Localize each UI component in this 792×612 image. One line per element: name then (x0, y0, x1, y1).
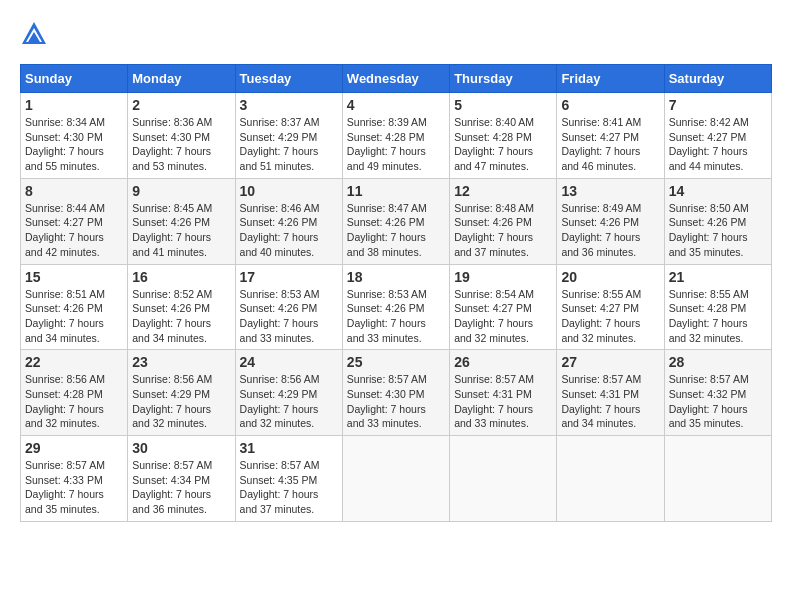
day-number: 10 (240, 183, 338, 199)
calendar-day-cell: 20Sunrise: 8:55 AMSunset: 4:27 PMDayligh… (557, 264, 664, 350)
day-of-week-header: Tuesday (235, 65, 342, 93)
day-number: 30 (132, 440, 230, 456)
day-info: Sunrise: 8:47 AMSunset: 4:26 PMDaylight:… (347, 201, 445, 260)
calendar-week-row: 8Sunrise: 8:44 AMSunset: 4:27 PMDaylight… (21, 178, 772, 264)
day-info: Sunrise: 8:34 AMSunset: 4:30 PMDaylight:… (25, 115, 123, 174)
day-of-week-header: Thursday (450, 65, 557, 93)
day-info: Sunrise: 8:40 AMSunset: 4:28 PMDaylight:… (454, 115, 552, 174)
day-number: 16 (132, 269, 230, 285)
calendar-day-cell (342, 436, 449, 522)
calendar-day-cell: 30Sunrise: 8:57 AMSunset: 4:34 PMDayligh… (128, 436, 235, 522)
day-of-week-header: Wednesday (342, 65, 449, 93)
day-info: Sunrise: 8:39 AMSunset: 4:28 PMDaylight:… (347, 115, 445, 174)
day-of-week-header: Monday (128, 65, 235, 93)
day-info: Sunrise: 8:48 AMSunset: 4:26 PMDaylight:… (454, 201, 552, 260)
calendar-table: SundayMondayTuesdayWednesdayThursdayFrid… (20, 64, 772, 522)
calendar-week-row: 29Sunrise: 8:57 AMSunset: 4:33 PMDayligh… (21, 436, 772, 522)
calendar-day-cell: 13Sunrise: 8:49 AMSunset: 4:26 PMDayligh… (557, 178, 664, 264)
day-info: Sunrise: 8:46 AMSunset: 4:26 PMDaylight:… (240, 201, 338, 260)
day-info: Sunrise: 8:52 AMSunset: 4:26 PMDaylight:… (132, 287, 230, 346)
calendar-week-row: 1Sunrise: 8:34 AMSunset: 4:30 PMDaylight… (21, 93, 772, 179)
calendar-day-cell: 25Sunrise: 8:57 AMSunset: 4:30 PMDayligh… (342, 350, 449, 436)
day-of-week-header: Friday (557, 65, 664, 93)
calendar-day-cell: 4Sunrise: 8:39 AMSunset: 4:28 PMDaylight… (342, 93, 449, 179)
day-number: 1 (25, 97, 123, 113)
day-info: Sunrise: 8:56 AMSunset: 4:29 PMDaylight:… (240, 372, 338, 431)
day-number: 18 (347, 269, 445, 285)
calendar-day-cell: 17Sunrise: 8:53 AMSunset: 4:26 PMDayligh… (235, 264, 342, 350)
logo-icon (20, 20, 48, 48)
calendar-day-cell: 29Sunrise: 8:57 AMSunset: 4:33 PMDayligh… (21, 436, 128, 522)
day-number: 19 (454, 269, 552, 285)
day-number: 22 (25, 354, 123, 370)
calendar-day-cell: 26Sunrise: 8:57 AMSunset: 4:31 PMDayligh… (450, 350, 557, 436)
calendar-day-cell: 31Sunrise: 8:57 AMSunset: 4:35 PMDayligh… (235, 436, 342, 522)
calendar-day-cell: 2Sunrise: 8:36 AMSunset: 4:30 PMDaylight… (128, 93, 235, 179)
day-of-week-header: Sunday (21, 65, 128, 93)
day-number: 8 (25, 183, 123, 199)
day-info: Sunrise: 8:51 AMSunset: 4:26 PMDaylight:… (25, 287, 123, 346)
day-info: Sunrise: 8:56 AMSunset: 4:29 PMDaylight:… (132, 372, 230, 431)
day-number: 9 (132, 183, 230, 199)
day-number: 14 (669, 183, 767, 199)
day-info: Sunrise: 8:57 AMSunset: 4:32 PMDaylight:… (669, 372, 767, 431)
day-info: Sunrise: 8:50 AMSunset: 4:26 PMDaylight:… (669, 201, 767, 260)
day-info: Sunrise: 8:42 AMSunset: 4:27 PMDaylight:… (669, 115, 767, 174)
day-number: 15 (25, 269, 123, 285)
day-info: Sunrise: 8:55 AMSunset: 4:28 PMDaylight:… (669, 287, 767, 346)
day-info: Sunrise: 8:57 AMSunset: 4:31 PMDaylight:… (561, 372, 659, 431)
calendar-day-cell: 21Sunrise: 8:55 AMSunset: 4:28 PMDayligh… (664, 264, 771, 350)
day-info: Sunrise: 8:57 AMSunset: 4:30 PMDaylight:… (347, 372, 445, 431)
day-number: 21 (669, 269, 767, 285)
calendar-day-cell: 23Sunrise: 8:56 AMSunset: 4:29 PMDayligh… (128, 350, 235, 436)
calendar-day-cell: 14Sunrise: 8:50 AMSunset: 4:26 PMDayligh… (664, 178, 771, 264)
day-number: 6 (561, 97, 659, 113)
day-info: Sunrise: 8:55 AMSunset: 4:27 PMDaylight:… (561, 287, 659, 346)
page-header (20, 20, 772, 48)
calendar-day-cell: 28Sunrise: 8:57 AMSunset: 4:32 PMDayligh… (664, 350, 771, 436)
calendar-day-cell: 5Sunrise: 8:40 AMSunset: 4:28 PMDaylight… (450, 93, 557, 179)
day-number: 24 (240, 354, 338, 370)
day-number: 2 (132, 97, 230, 113)
calendar-week-row: 15Sunrise: 8:51 AMSunset: 4:26 PMDayligh… (21, 264, 772, 350)
day-info: Sunrise: 8:57 AMSunset: 4:31 PMDaylight:… (454, 372, 552, 431)
calendar-day-cell: 3Sunrise: 8:37 AMSunset: 4:29 PMDaylight… (235, 93, 342, 179)
day-number: 26 (454, 354, 552, 370)
day-info: Sunrise: 8:54 AMSunset: 4:27 PMDaylight:… (454, 287, 552, 346)
day-number: 31 (240, 440, 338, 456)
calendar-day-cell (664, 436, 771, 522)
calendar-header-row: SundayMondayTuesdayWednesdayThursdayFrid… (21, 65, 772, 93)
day-info: Sunrise: 8:45 AMSunset: 4:26 PMDaylight:… (132, 201, 230, 260)
calendar-day-cell: 24Sunrise: 8:56 AMSunset: 4:29 PMDayligh… (235, 350, 342, 436)
day-info: Sunrise: 8:57 AMSunset: 4:33 PMDaylight:… (25, 458, 123, 517)
day-number: 29 (25, 440, 123, 456)
calendar-day-cell: 16Sunrise: 8:52 AMSunset: 4:26 PMDayligh… (128, 264, 235, 350)
day-number: 28 (669, 354, 767, 370)
day-number: 27 (561, 354, 659, 370)
day-info: Sunrise: 8:53 AMSunset: 4:26 PMDaylight:… (347, 287, 445, 346)
calendar-day-cell (450, 436, 557, 522)
calendar-day-cell: 10Sunrise: 8:46 AMSunset: 4:26 PMDayligh… (235, 178, 342, 264)
day-info: Sunrise: 8:41 AMSunset: 4:27 PMDaylight:… (561, 115, 659, 174)
calendar-day-cell (557, 436, 664, 522)
day-number: 20 (561, 269, 659, 285)
day-number: 4 (347, 97, 445, 113)
calendar-day-cell: 7Sunrise: 8:42 AMSunset: 4:27 PMDaylight… (664, 93, 771, 179)
day-number: 13 (561, 183, 659, 199)
day-number: 5 (454, 97, 552, 113)
day-number: 11 (347, 183, 445, 199)
calendar-day-cell: 27Sunrise: 8:57 AMSunset: 4:31 PMDayligh… (557, 350, 664, 436)
day-number: 12 (454, 183, 552, 199)
day-info: Sunrise: 8:57 AMSunset: 4:34 PMDaylight:… (132, 458, 230, 517)
calendar-day-cell: 11Sunrise: 8:47 AMSunset: 4:26 PMDayligh… (342, 178, 449, 264)
day-info: Sunrise: 8:56 AMSunset: 4:28 PMDaylight:… (25, 372, 123, 431)
day-info: Sunrise: 8:57 AMSunset: 4:35 PMDaylight:… (240, 458, 338, 517)
calendar-day-cell: 18Sunrise: 8:53 AMSunset: 4:26 PMDayligh… (342, 264, 449, 350)
day-info: Sunrise: 8:49 AMSunset: 4:26 PMDaylight:… (561, 201, 659, 260)
logo (20, 20, 52, 48)
day-number: 25 (347, 354, 445, 370)
day-number: 23 (132, 354, 230, 370)
calendar-day-cell: 12Sunrise: 8:48 AMSunset: 4:26 PMDayligh… (450, 178, 557, 264)
calendar-day-cell: 6Sunrise: 8:41 AMSunset: 4:27 PMDaylight… (557, 93, 664, 179)
calendar-day-cell: 19Sunrise: 8:54 AMSunset: 4:27 PMDayligh… (450, 264, 557, 350)
